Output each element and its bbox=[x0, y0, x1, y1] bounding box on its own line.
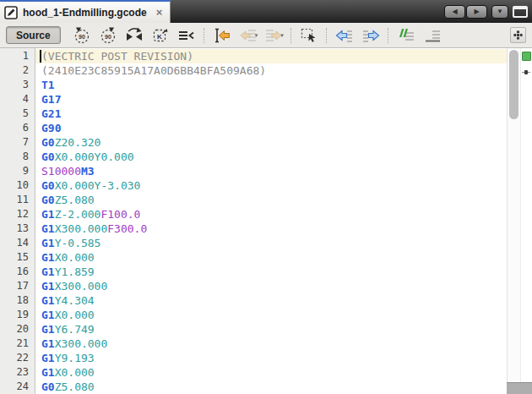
scrollbar-thumb[interactable] bbox=[509, 50, 518, 119]
tab-scroll-forward-button[interactable]: ▶ bbox=[466, 5, 487, 19]
remove-whitespace-icon[interactable] bbox=[176, 25, 197, 46]
code-token-keyword: G1 bbox=[41, 208, 55, 221]
tab-hood-1-endmilling-gcode[interactable]: hood_1-Endmilling.gcode × bbox=[0, 0, 171, 23]
format-lines-icon[interactable] bbox=[422, 25, 442, 46]
code-token-coord: Y-0.585 bbox=[55, 237, 101, 249]
caret-position-marker[interactable] bbox=[522, 70, 530, 74]
split-editor-icon[interactable] bbox=[510, 27, 526, 43]
line-number: 9 bbox=[0, 164, 35, 178]
line-number: 3 bbox=[0, 78, 35, 92]
line-number: 23 bbox=[0, 365, 35, 380]
code-line[interactable]: G1X0.000 bbox=[35, 308, 507, 322]
code-line[interactable]: G1X300.000F300.0 bbox=[35, 222, 507, 236]
code-token-coord: X0.000 bbox=[55, 251, 95, 264]
text-caret bbox=[40, 50, 41, 63]
code-line[interactable]: G1X300.000 bbox=[35, 337, 507, 351]
code-line[interactable]: G1Z-2.000F100.0 bbox=[35, 207, 507, 222]
rotate-ccw-90-icon[interactable]: 90 bbox=[72, 25, 92, 46]
line-number: 4 bbox=[0, 92, 35, 107]
line-number: 8 bbox=[0, 150, 35, 164]
line-number: 7 bbox=[0, 135, 35, 150]
code-line[interactable]: G1X300.000 bbox=[35, 279, 507, 293]
code-line[interactable]: S10000M3 bbox=[35, 164, 507, 178]
code-line[interactable]: G1Y-0.585 bbox=[35, 236, 507, 250]
line-number: 22 bbox=[0, 351, 35, 365]
code-line[interactable]: G0X0.000Y-3.030 bbox=[35, 178, 507, 193]
line-number: 21 bbox=[0, 337, 35, 351]
code-token-keyword: G0 bbox=[41, 179, 55, 192]
code-line[interactable]: (2410E23C85915A17A0D6BB4BFA509A68) bbox=[35, 63, 507, 78]
code-line[interactable]: G90 bbox=[35, 121, 507, 135]
code-line[interactable]: G1X0.000 bbox=[35, 365, 507, 380]
line-number: 17 bbox=[0, 279, 35, 293]
code-line[interactable]: G1Y9.193 bbox=[35, 351, 507, 365]
code-token-keyword: G1 bbox=[41, 309, 55, 321]
code-line[interactable]: G21 bbox=[35, 107, 507, 121]
code-line[interactable]: G0Z5.080 bbox=[35, 380, 507, 394]
code-line[interactable]: G0X0.000Y0.000 bbox=[35, 150, 507, 164]
gutter[interactable]: 123456789101112131415161718192021222324 bbox=[0, 48, 35, 394]
code-area[interactable]: (VECTRIC POST REVISION)(2410E23C85915A17… bbox=[35, 48, 507, 394]
maximize-editor-icon[interactable] bbox=[513, 6, 528, 18]
code-line[interactable]: G0Z20.320 bbox=[35, 135, 507, 150]
apply-edit-forward-disabled-icon[interactable] bbox=[263, 25, 284, 46]
code-line[interactable]: (VECTRIC POST REVISION) bbox=[35, 49, 507, 63]
scrollbar-corner bbox=[507, 382, 532, 394]
code-line[interactable]: G1Y1.859 bbox=[35, 265, 507, 279]
mirror-horizontal-icon[interactable] bbox=[124, 25, 144, 46]
code-token-keyword: G1 bbox=[41, 237, 55, 249]
code-token-keyword: G17 bbox=[41, 93, 61, 106]
code-token-keyword: G1 bbox=[41, 222, 55, 235]
svg-text:90: 90 bbox=[105, 33, 111, 39]
code-token-keyword: G1 bbox=[41, 294, 55, 307]
selection-mode-icon[interactable] bbox=[299, 25, 319, 46]
code-token-coord: X300.000 bbox=[55, 222, 108, 235]
code-line[interactable]: G1X0.000 bbox=[35, 250, 507, 265]
tab-controls: ◀ ▶ ▼ bbox=[444, 0, 532, 23]
line-number: 16 bbox=[0, 265, 35, 279]
code-token-coord: Z5.080 bbox=[55, 380, 95, 393]
vertical-scrollbar[interactable] bbox=[507, 48, 520, 394]
insert-caret-return-icon[interactable] bbox=[212, 25, 232, 46]
line-number: 13 bbox=[0, 222, 35, 236]
code-editor: 123456789101112131415161718192021222324 … bbox=[0, 48, 532, 394]
code-token-keyword: G1 bbox=[41, 280, 55, 293]
toggle-comment-icon[interactable] bbox=[396, 25, 416, 46]
code-line[interactable]: G1Y4.304 bbox=[35, 293, 507, 308]
code-line[interactable]: G17 bbox=[35, 92, 507, 107]
code-token-keyword: G0 bbox=[41, 150, 55, 163]
code-token-comment: (2410E23C85915A17A0D6BB4BFA509A68) bbox=[41, 64, 266, 77]
code-token-keyword: G1 bbox=[41, 337, 55, 350]
caret-marker-dot bbox=[524, 70, 528, 74]
line-number: 11 bbox=[0, 193, 35, 207]
shift-right-icon[interactable] bbox=[361, 25, 381, 46]
code-line[interactable]: G1Y6.749 bbox=[35, 322, 507, 337]
code-token-coord: Z5.080 bbox=[55, 194, 95, 206]
move-to-origin-icon[interactable]: K bbox=[150, 25, 171, 46]
code-token-param: F100.0 bbox=[100, 208, 140, 221]
code-token-coord: Z-2.000 bbox=[55, 208, 101, 221]
gcode-editor-window: hood_1-Endmilling.gcode × ◀ ▶ ▼ Source 9… bbox=[0, 0, 532, 394]
toolbar-separator bbox=[204, 28, 205, 43]
shift-left-icon[interactable] bbox=[334, 25, 355, 46]
code-token-coord: X0.000Y-3.030 bbox=[55, 179, 141, 192]
line-number: 20 bbox=[0, 322, 35, 337]
code-token-coord: Y9.193 bbox=[55, 352, 95, 364]
code-token-coord: Y1.859 bbox=[55, 265, 95, 278]
apply-edit-disabled-icon[interactable] bbox=[238, 25, 258, 46]
source-view-button[interactable]: Source bbox=[6, 26, 61, 44]
code-token-keyword: G0 bbox=[41, 380, 55, 393]
tab-list-dropdown-button[interactable]: ▼ bbox=[491, 5, 508, 19]
tab-scroll-back-button[interactable]: ◀ bbox=[444, 5, 465, 19]
rotate-cw-90-icon[interactable]: 90 bbox=[98, 25, 118, 46]
code-line[interactable]: G0Z5.080 bbox=[35, 193, 507, 207]
line-number: 19 bbox=[0, 308, 35, 322]
code-line[interactable]: T1 bbox=[35, 78, 507, 92]
code-token-coord: X0.000 bbox=[55, 366, 95, 379]
editor-tab-bar: hood_1-Endmilling.gcode × ◀ ▶ ▼ bbox=[0, 0, 532, 23]
code-token-keyword: G90 bbox=[41, 122, 61, 134]
inspection-ok-indicator[interactable] bbox=[522, 52, 531, 61]
code-token-comment: (VECTRIC POST REVISION) bbox=[41, 50, 193, 63]
tab-close-icon[interactable]: × bbox=[156, 7, 163, 18]
line-number: 1 bbox=[0, 49, 35, 63]
